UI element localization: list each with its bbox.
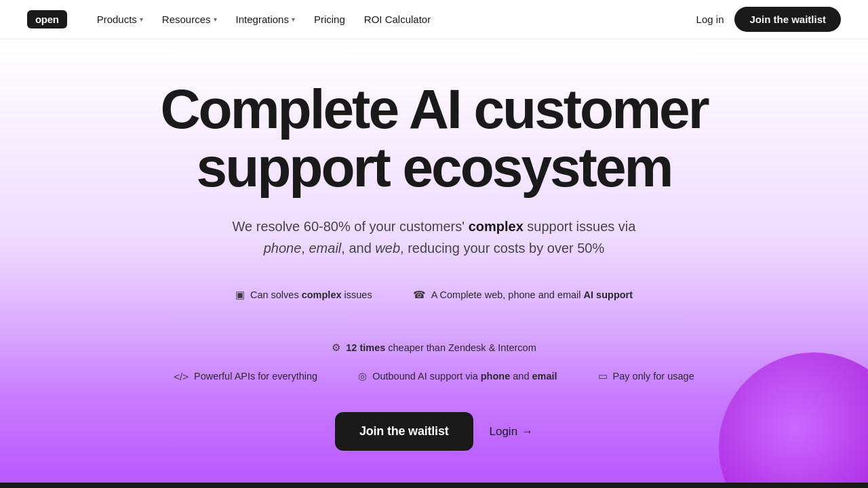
feature-pay-usage: ▭ Pay only for usage (598, 370, 694, 382)
nav-integrations[interactable]: Integrations ▾ (228, 9, 303, 29)
nav-right: Log in Join the waitlist (696, 7, 841, 32)
feature-outbound-ai: ◎ Outbound AI support via phone and emai… (358, 370, 557, 382)
nav-products[interactable]: Products ▾ (89, 9, 151, 29)
features-row-2: </> Powerful APIs for everything ◎ Outbo… (174, 370, 694, 382)
bolt-icon: ⚙ (332, 342, 340, 354)
hero-title: Complete AI customer support ecosystem (160, 80, 707, 197)
hero-content: Complete AI customer support ecosystem W… (129, 80, 739, 451)
login-link[interactable]: Log in (696, 14, 724, 25)
feature-ai-support: ☎ A Complete web, phone and email AI sup… (413, 289, 633, 301)
chevron-down-icon: ▾ (214, 16, 217, 23)
nav-links: Products ▾ Resources ▾ Integrations ▾ Pr… (89, 9, 696, 29)
nav-resources[interactable]: Resources ▾ (154, 9, 225, 29)
circle-icon: ◎ (358, 370, 367, 382)
code-icon: </> (174, 371, 189, 382)
hero-join-waitlist-button[interactable]: Join the waitlist (335, 412, 473, 451)
chevron-down-icon: ▾ (292, 16, 295, 23)
chevron-down-icon: ▾ (140, 16, 143, 23)
nav-join-waitlist-button[interactable]: Join the waitlist (734, 7, 841, 32)
feature-complex-issues: ▣ Can solves complex issues (235, 289, 372, 301)
feature-cheaper: ⚙ 12 times cheaper than Zendesk & Interc… (332, 342, 536, 354)
nav-pricing[interactable]: Pricing (306, 9, 353, 29)
hero-subtitle: We resolve 60-80% of your customers' com… (233, 216, 636, 259)
arrow-icon: → (521, 425, 533, 439)
feature-apis: </> Powerful APIs for everything (174, 370, 317, 382)
bottom-bar (0, 483, 868, 488)
phone-icon: ☎ (413, 289, 426, 301)
hero-login-link[interactable]: Login → (490, 425, 534, 439)
navbar: open Products ▾ Resources ▾ Integrations… (0, 0, 868, 39)
features-row-1: ▣ Can solves complex issues ☎ A Complete… (129, 289, 739, 354)
cta-row: Join the waitlist Login → (335, 412, 533, 451)
hero-section: Complete AI customer support ecosystem W… (0, 39, 868, 488)
logo[interactable]: open (27, 10, 67, 28)
chat-icon: ▣ (235, 289, 245, 301)
nav-roi-calculator[interactable]: ROI Calculator (356, 9, 439, 29)
monitor-icon: ▭ (598, 370, 608, 382)
